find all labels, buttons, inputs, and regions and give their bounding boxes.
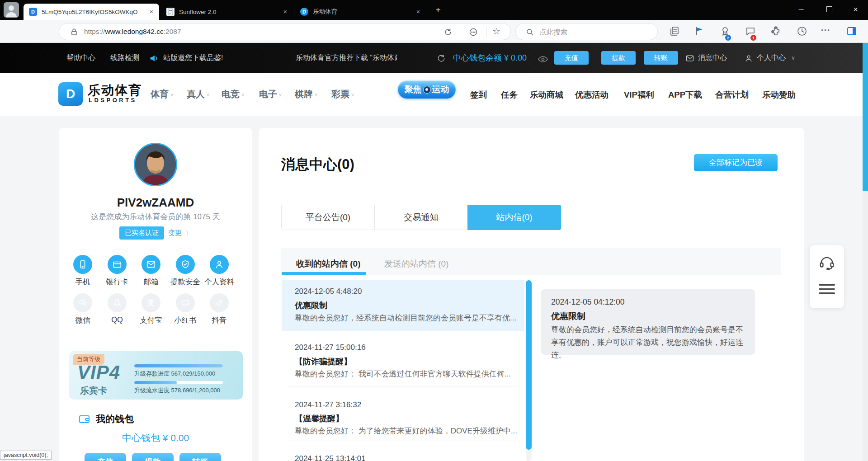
vip-level-card: 当前等级 VIP4 乐宾卡 升级存款进度 567,029/150,000 升级流… [69, 351, 243, 400]
security-item-bankcard[interactable]: 银行卡 [99, 255, 135, 287]
social-item-xiaohongshu[interactable]: 小红书 [167, 293, 203, 325]
nav-menu-lottery[interactable]: 彩票∨ [331, 88, 354, 100]
message-preview[interactable]: 尊敬的会员您好： 我司不会透过任何非官方聊天软件提供任何... [295, 369, 511, 379]
social-item-wechat[interactable]: 微信 [65, 293, 101, 325]
screen: D 5LmQ5Yqo5L2T6IKyfOS5kOWKqO × Sunflower… [0, 0, 868, 461]
focus-sports-badge[interactable]: 聚焦运动 [398, 80, 456, 99]
history-icon[interactable] [797, 26, 807, 37]
subtab-sent[interactable]: 发送的站内信 (0) [384, 258, 449, 270]
nav-link-tasks[interactable]: 任务 [501, 89, 518, 100]
certificate-extension-icon[interactable]: 2 [720, 26, 731, 37]
menu-hamburger-icon[interactable] [810, 284, 844, 294]
tab-inbox-messages[interactable]: 站内信(0) [467, 205, 561, 230]
chat-extension-icon[interactable]: 1 [745, 26, 756, 37]
message-preview[interactable]: 尊敬的会员您好： 为了给您带来更好的体验，DOVE升级维护中... [295, 426, 517, 436]
social-item-douyin[interactable]: 抖音 [201, 293, 237, 325]
chevron-down-icon: ∨ [241, 92, 245, 97]
window-close-button[interactable]: × [843, 0, 868, 19]
search-bar[interactable]: 点此搜索 [515, 23, 658, 40]
personal-center-link[interactable]: 个人中心 [757, 43, 786, 73]
status-bar-link-preview: javascript:void(0); [0, 451, 52, 460]
withdraw-button[interactable]: 提款 [601, 51, 636, 65]
nav-link-affiliate[interactable]: 合营计划 [715, 89, 749, 100]
security-item-profile[interactable]: 个人资料 [201, 255, 237, 287]
sidebar-toggle-icon[interactable] [846, 26, 857, 37]
message-date[interactable]: 2024-11-27 3:16:32 [295, 400, 361, 409]
central-wallet-balance[interactable]: 中心钱包 ¥ 0.00 [59, 432, 252, 444]
message-list-scrollbar-thumb[interactable] [526, 280, 532, 450]
settings-more-icon[interactable]: ··· [821, 26, 832, 37]
sidebar-deposit-button[interactable]: 充值 [85, 453, 126, 461]
username: PlV2wZAAMD [59, 196, 252, 210]
tab1-favicon-icon: D [29, 8, 37, 16]
favorite-star-icon[interactable]: ☆ [492, 26, 500, 37]
change-link[interactable]: 变更 [168, 229, 182, 237]
security-item-phone[interactable]: 手机 [65, 255, 101, 287]
refresh-balance-icon[interactable] [437, 54, 446, 63]
message-preview[interactable]: 尊敬的会员您好，经系统自动检测目前您的会员账号是不享有优... [295, 313, 516, 323]
message-date[interactable]: 2024-11-27 15:00:16 [295, 343, 366, 352]
tab2-close-icon[interactable]: × [281, 8, 289, 16]
message-date[interactable]: 2024-12-05 4:48:20 [295, 287, 362, 296]
window-maximize-button[interactable] [815, 0, 843, 19]
message-title[interactable]: 【温馨提醒】 [295, 413, 344, 424]
help-center-link[interactable]: 帮助中心 [66, 43, 95, 73]
browser-tab-3[interactable]: D 乐动体育 × [295, 4, 426, 20]
list-divider [288, 386, 518, 386]
url-text[interactable]: https://www.ledong842.cc:2087 [84, 28, 181, 36]
address-bar[interactable]: https://www.ledong842.cc:2087 ☆ [59, 23, 511, 40]
more-address-actions-icon[interactable] [469, 28, 478, 37]
nav-menu-cards[interactable]: 棋牌∨ [295, 88, 318, 100]
security-item-email[interactable]: 邮箱 [133, 255, 169, 287]
message-title[interactable]: 【防诈骗提醒】 [295, 356, 352, 367]
message-date[interactable]: 2024-11-25 13:14:01 [295, 454, 366, 461]
mail-icon [142, 255, 160, 274]
transfer-button[interactable]: 转账 [644, 51, 678, 65]
nav-link-checkin[interactable]: 签到 [470, 89, 487, 100]
nav-menu-esports[interactable]: 电竞∨ [222, 88, 245, 100]
extensions-puzzle-icon[interactable] [770, 26, 781, 37]
message-title[interactable]: 优惠限制 [295, 300, 327, 311]
nav-menu-live[interactable]: 真人∨ [187, 88, 210, 100]
tab-platform-announcements[interactable]: 平台公告(0) [281, 205, 375, 230]
balance-visibility-eye-icon[interactable] [538, 54, 548, 64]
subtab-received[interactable]: 收到的站内信 (0) [296, 258, 361, 270]
flag-extension-icon[interactable]: 1.00 [694, 26, 705, 37]
nav-link-promos[interactable]: 优惠活动 [575, 89, 609, 100]
page-scrollbar-thumb[interactable] [863, 43, 868, 191]
message-center-link[interactable]: 消息中心 [698, 43, 727, 73]
browser-tab-1[interactable]: D 5LmQ5Yqo5L2T6IKyfOS5kOWKqO × [24, 4, 159, 20]
nav-menu-slots[interactable]: 电子∨ [259, 88, 282, 100]
social-item-alipay[interactable]: 支 支付宝 [133, 293, 169, 325]
customer-service-headset-icon[interactable] [818, 254, 835, 271]
deposit-button[interactable]: 充值 [554, 51, 589, 65]
site-logo-en: LDSPORTS [89, 97, 137, 103]
browser-profile-avatar-icon[interactable] [4, 2, 19, 18]
collections-pages-icon[interactable] [669, 26, 680, 37]
social-item-qq[interactable]: QQ [99, 293, 135, 324]
sidebar-withdraw-button[interactable]: 提款 [132, 453, 174, 461]
sidebar-transfer-button[interactable]: 转账 [179, 453, 221, 461]
route-check-link[interactable]: 线路检测 [110, 43, 139, 73]
tab-transaction-notices[interactable]: 交易通知 [374, 205, 468, 230]
new-tab-button[interactable]: + [432, 5, 444, 16]
nav-link-vip[interactable]: VIP福利 [624, 89, 654, 100]
tab3-close-icon[interactable]: × [414, 8, 422, 16]
reload-page-tools-icon[interactable] [443, 28, 453, 37]
tab1-close-icon[interactable]: × [147, 8, 156, 16]
browser-tab-2[interactable]: Sunflower 2.0 × [161, 4, 293, 20]
site-info-lock-icon[interactable] [70, 28, 78, 36]
window-minimize-button[interactable]: ─ [787, 0, 815, 19]
avatar[interactable] [134, 143, 177, 186]
nav-link-sponsor[interactable]: 乐动赞助 [762, 89, 796, 100]
message-envelope-icon [685, 54, 694, 63]
mark-all-read-button[interactable]: 全部标记为已读 [694, 154, 778, 171]
nav-menu-sports[interactable]: 体育∨ [151, 88, 174, 100]
nav-link-mall[interactable]: 乐动商城 [530, 89, 563, 100]
nav-link-app[interactable]: APP下载 [668, 89, 702, 100]
tab2-favicon-icon [166, 8, 175, 16]
announcement-speaker-icon [149, 53, 159, 63]
site-logo-icon[interactable]: D [58, 82, 83, 106]
announcement-text[interactable]: 站版邀您下载品鉴! [163, 43, 223, 73]
security-item-withdraw-safety[interactable]: 提款安全 [167, 255, 203, 287]
